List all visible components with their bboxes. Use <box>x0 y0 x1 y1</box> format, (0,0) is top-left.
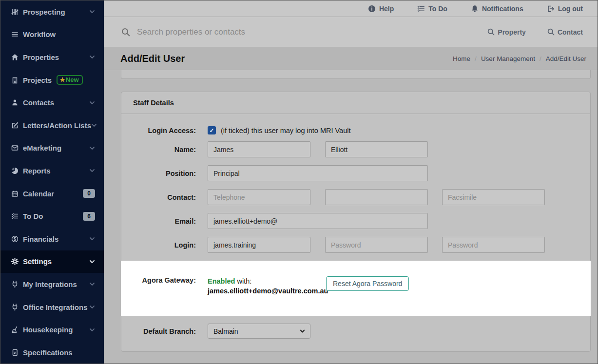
breadcrumb-separator: / <box>540 55 541 62</box>
login-access-checkbox[interactable]: ✓ <box>208 126 216 134</box>
person-icon <box>11 99 19 106</box>
logout-label: Log out <box>558 5 583 13</box>
sidebar-item-label: Reports <box>23 167 51 175</box>
quick-search-links: Property Contact <box>487 28 583 36</box>
sidebar-item-label: Contacts <box>23 98 54 107</box>
sidebar-item-workflow[interactable]: Workflow <box>0 23 104 46</box>
dollar-icon <box>11 235 19 243</box>
sidebar-item-label: Projects <box>23 76 52 84</box>
login-access-row: Login Access: ✓ (if ticked) this user ma… <box>121 126 590 134</box>
plug-icon <box>11 281 19 288</box>
sidebar-item-label: Settings <box>23 257 52 266</box>
contact-search-link[interactable]: Contact <box>547 28 583 36</box>
star-icon: ★ <box>59 76 65 83</box>
default-branch-value: Balmain <box>213 327 238 335</box>
sidebar-item-contacts[interactable]: Contacts <box>0 91 104 114</box>
mobile-field[interactable] <box>325 189 428 205</box>
notifications-link[interactable]: Notifications <box>471 5 523 13</box>
staff-details-card: Staff Details Login Access: ✓ (if ticked… <box>121 92 591 352</box>
home-icon <box>11 54 19 61</box>
chevron-down-icon <box>91 122 97 128</box>
sidebar-item-calendar[interactable]: Calendar 0 <box>0 182 104 205</box>
utility-bar: Help To Do Notifications Log out <box>104 0 598 17</box>
sidebar-item-label: Workflow <box>23 30 56 38</box>
sidebar-item-office-integrations[interactable]: Office Integrations <box>0 296 104 319</box>
confirm-password-field[interactable] <box>442 237 545 253</box>
sidebar-item-todo[interactable]: To Do 6 <box>0 205 104 228</box>
envelope-icon <box>11 144 19 152</box>
notifications-label: Notifications <box>482 5 523 13</box>
sidebar-item-label: Housekeeping <box>23 326 73 334</box>
menu-icon <box>11 31 19 38</box>
property-search-link[interactable]: Property <box>487 28 526 36</box>
logout-icon <box>547 5 555 13</box>
last-name-field[interactable] <box>325 141 428 157</box>
login-field[interactable] <box>208 237 310 253</box>
chevron-down-icon <box>89 304 95 310</box>
sidebar-item-emarketing[interactable]: eMarketing <box>0 137 104 160</box>
default-branch-label: Default Branch: <box>121 327 208 335</box>
sidebar-item-housekeeping[interactable]: Housekeeping <box>0 318 104 341</box>
sidebar-item-settings[interactable]: Settings <box>0 250 104 273</box>
sidebar-item-label: My Integrations <box>23 280 77 288</box>
chevron-down-icon <box>300 328 305 334</box>
chevron-down-icon <box>89 281 95 287</box>
breadcrumb-home[interactable]: Home <box>453 55 470 62</box>
telephone-field[interactable] <box>208 189 310 205</box>
page-title: Add/Edit User <box>120 53 185 64</box>
login-label: Login: <box>121 241 208 249</box>
chevron-down-icon <box>89 259 95 265</box>
sidebar-item-projects[interactable]: Projects ★New <box>0 69 104 92</box>
position-field[interactable] <box>208 165 428 181</box>
checklist-icon <box>11 212 19 220</box>
broom-icon <box>11 326 19 333</box>
search-bar: Property Contact <box>104 17 598 47</box>
first-name-field[interactable] <box>208 141 310 157</box>
sidebar-item-label: To Do <box>23 212 43 220</box>
checklist-icon <box>417 5 425 13</box>
calendar-count-badge: 0 <box>83 189 95 198</box>
new-badge: ★New <box>57 75 82 85</box>
sidebar-item-prospecting[interactable]: Prospecting <box>0 0 104 23</box>
name-label: Name: <box>121 146 208 153</box>
breadcrumb-user-management[interactable]: User Management <box>481 55 535 62</box>
sidebar-item-letters-action-lists[interactable]: Letters/Action Lists <box>0 114 104 137</box>
new-badge-label: New <box>66 76 79 83</box>
sidebar-item-label: Properties <box>23 53 59 61</box>
agora-status-text: Enabled with: james.elliott+demo@vaultre… <box>208 276 326 296</box>
search-icon <box>547 28 555 36</box>
sidebar-item-label: Letters/Action Lists <box>23 121 91 130</box>
sidebar-item-reports[interactable]: Reports <box>0 159 104 182</box>
sidebar-item-my-integrations[interactable]: My Integrations <box>0 273 104 296</box>
search-input[interactable] <box>137 27 429 37</box>
facsimile-field[interactable] <box>442 189 545 205</box>
main-area: Help To Do Notifications Log out <box>104 0 598 364</box>
name-row: Name: <box>121 141 590 157</box>
sidebar-item-financials[interactable]: Financials <box>0 228 104 250</box>
sidebar-item-label: eMarketing <box>23 144 61 152</box>
todo-count-badge: 6 <box>83 212 95 221</box>
position-label: Position: <box>121 170 208 177</box>
sidebar-item-specifications[interactable]: Specifications <box>0 341 104 364</box>
todo-link[interactable]: To Do <box>417 5 447 13</box>
app-window: Prospecting Workflow Properties Projects… <box>0 0 598 364</box>
logout-link[interactable]: Log out <box>547 5 583 13</box>
building-icon <box>11 77 19 84</box>
document-icon <box>11 349 19 356</box>
help-link[interactable]: Help <box>368 5 394 13</box>
password-field[interactable] <box>325 237 428 253</box>
email-label: Email: <box>121 217 208 225</box>
global-search[interactable] <box>121 27 487 37</box>
email-row: Email: <box>121 213 590 229</box>
sidebar-item-label: Specifications <box>23 348 73 357</box>
email-field[interactable] <box>208 213 428 229</box>
sidebar-item-label: Calendar <box>23 190 54 198</box>
todo-label: To Do <box>428 5 447 13</box>
default-branch-select[interactable]: Balmain <box>208 324 310 339</box>
help-label: Help <box>379 5 394 13</box>
chevron-down-icon <box>89 54 95 60</box>
sidebar-item-properties[interactable]: Properties <box>0 46 104 69</box>
default-branch-row: Default Branch: Balmain <box>121 324 590 339</box>
sidebar-item-label: Prospecting <box>23 8 65 16</box>
reset-agora-password-button[interactable]: Reset Agora Password <box>326 276 409 291</box>
